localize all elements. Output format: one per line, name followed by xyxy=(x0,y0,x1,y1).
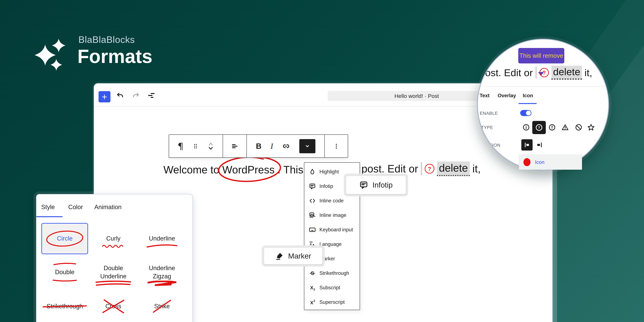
style-option-underline[interactable]: Underline xyxy=(139,224,185,254)
link-icon[interactable] xyxy=(282,142,290,150)
style-option-cross[interactable]: Cross xyxy=(91,292,136,321)
format-boundary-caret xyxy=(421,162,422,175)
paragraph-text-left[interactable]: Welcome to WordPress . This xyxy=(164,164,303,176)
move-up-icon[interactable] xyxy=(208,142,214,146)
icon-row-label: Icon xyxy=(535,160,544,165)
style-option-label: Strikethrough xyxy=(46,302,83,310)
infotip-formatted-word: delete xyxy=(437,162,470,176)
magnified-sentence: ost. Edit or ? delete it, xyxy=(485,65,592,80)
infotip-callout-card: Infotip xyxy=(346,176,406,194)
drag-handle-icon[interactable] xyxy=(192,143,199,150)
tab-style[interactable]: Style xyxy=(41,204,55,210)
chevron-down-icon xyxy=(304,143,310,149)
style-option-label: Cross xyxy=(105,302,121,310)
format-boundary-caret xyxy=(535,67,537,78)
style-option-underline-zigzag[interactable]: Underline Zigzag xyxy=(139,257,185,287)
style-settings-panel: Style Color Animation Circle Curly Under… xyxy=(36,194,193,322)
position-right-option[interactable] xyxy=(536,141,543,148)
style-option-label: Underline Zigzag xyxy=(144,264,180,280)
remove-tooltip: This will remove xyxy=(518,48,564,64)
marker-callout: Marker xyxy=(262,245,325,266)
block-inserter-button[interactable]: + xyxy=(98,91,110,102)
type-label: TYPE xyxy=(481,125,493,130)
svg-text:2: 2 xyxy=(314,299,315,302)
style-option-label: Circle xyxy=(57,234,72,243)
kebab-menu-icon[interactable] xyxy=(333,143,340,150)
marker-icon xyxy=(275,252,284,260)
document-title: Hello world! · Post xyxy=(394,93,439,99)
svg-text:X: X xyxy=(310,300,313,305)
move-down-icon[interactable] xyxy=(208,146,214,150)
menu-item-superscript[interactable]: X2 Superscript xyxy=(304,295,360,310)
menu-item-keyboard-input[interactable]: Keyboard input xyxy=(304,222,360,237)
tab-text[interactable]: Text xyxy=(480,93,490,98)
menu-item-subscript[interactable]: X2 Subscript xyxy=(304,280,360,295)
position-left-selected[interactable] xyxy=(521,139,532,150)
svg-text:?: ? xyxy=(538,126,540,130)
document-overview-icon[interactable] xyxy=(148,92,155,100)
type-star-icon[interactable] xyxy=(587,124,595,131)
type-info-icon[interactable] xyxy=(522,124,530,131)
italic-button[interactable]: I xyxy=(270,142,273,150)
inline-image-icon xyxy=(309,212,316,219)
popover-divider xyxy=(478,86,608,87)
active-tab-underline xyxy=(36,216,62,217)
sentence-segment: it, xyxy=(584,67,592,78)
toggle-knob xyxy=(526,110,531,116)
double-bottom-decoration xyxy=(52,279,78,282)
help-badge-icon: ? xyxy=(540,68,549,77)
tab-icon[interactable]: Icon xyxy=(523,93,533,98)
svg-text:X: X xyxy=(310,285,313,290)
menu-item-strikethrough[interactable]: S Strikethrough xyxy=(304,266,360,280)
svg-text:2: 2 xyxy=(314,288,315,291)
tooltip-label: This will remove xyxy=(520,52,563,59)
paragraph-segment: . This xyxy=(275,164,304,176)
bold-button[interactable]: B xyxy=(256,142,262,150)
superscript-icon: X2 xyxy=(309,299,316,306)
menu-item-label: Inline image xyxy=(320,212,346,218)
type-error-icon[interactable] xyxy=(548,124,556,131)
options-group xyxy=(325,135,348,158)
menu-item-inline-image[interactable]: Inline image xyxy=(304,208,360,222)
type-warning-icon[interactable] xyxy=(561,124,569,131)
style-option-double-underline[interactable]: Double Underline xyxy=(91,257,136,287)
tab-color[interactable]: Color xyxy=(68,204,83,210)
sentence-segment: ost. Edit or xyxy=(485,67,533,78)
menu-item-label: Infotip xyxy=(320,184,333,189)
menu-item-label: Inline code xyxy=(320,198,344,204)
more-formats-button[interactable] xyxy=(299,139,316,153)
align-text-icon[interactable] xyxy=(231,142,238,150)
circled-word: WordPress xyxy=(222,164,275,176)
tab-animation[interactable]: Animation xyxy=(94,204,122,210)
type-help-icon-selected[interactable]: ? xyxy=(532,121,546,134)
marker-callout-card: Marker xyxy=(264,248,322,264)
style-option-strike[interactable]: Strike xyxy=(139,292,185,321)
style-option-label: Double Underline xyxy=(96,264,131,280)
sparkles-icon xyxy=(34,37,68,72)
paragraph-block-icon[interactable]: ¶ xyxy=(178,141,184,151)
block-tools-group: ¶ xyxy=(169,135,223,158)
align-group xyxy=(223,135,246,158)
style-option-curly[interactable]: Curly xyxy=(91,224,136,254)
help-badge-icon: ? xyxy=(425,164,434,174)
format-group: B I xyxy=(247,135,324,158)
icon-list-row[interactable]: Icon xyxy=(519,154,582,170)
menu-item-label: Subscript xyxy=(320,285,340,290)
style-option-label: Double xyxy=(55,268,74,276)
type-prohibited-icon[interactable] xyxy=(575,124,582,131)
infotip-formatted-word: delete xyxy=(552,66,582,80)
style-option-strikethrough[interactable]: Strikethrough xyxy=(42,292,88,321)
scene: BlaBlaBlocks Formats + Hello world! · Po… xyxy=(0,0,644,322)
red-dot-icon xyxy=(524,158,530,166)
tab-overlay[interactable]: Overlay xyxy=(498,93,516,98)
enable-toggle[interactable] xyxy=(520,110,532,116)
block-mover xyxy=(208,142,214,150)
curly-decoration xyxy=(101,244,126,248)
style-option-circle[interactable]: Circle xyxy=(42,223,88,254)
paragraph-segment: WordPress xyxy=(222,164,275,176)
redo-icon[interactable] xyxy=(132,92,140,100)
style-option-double[interactable]: Double xyxy=(42,257,88,287)
menu-item-label: Strikethrough xyxy=(320,270,349,276)
undo-icon[interactable] xyxy=(116,92,124,100)
zigzag-decoration xyxy=(147,280,177,287)
